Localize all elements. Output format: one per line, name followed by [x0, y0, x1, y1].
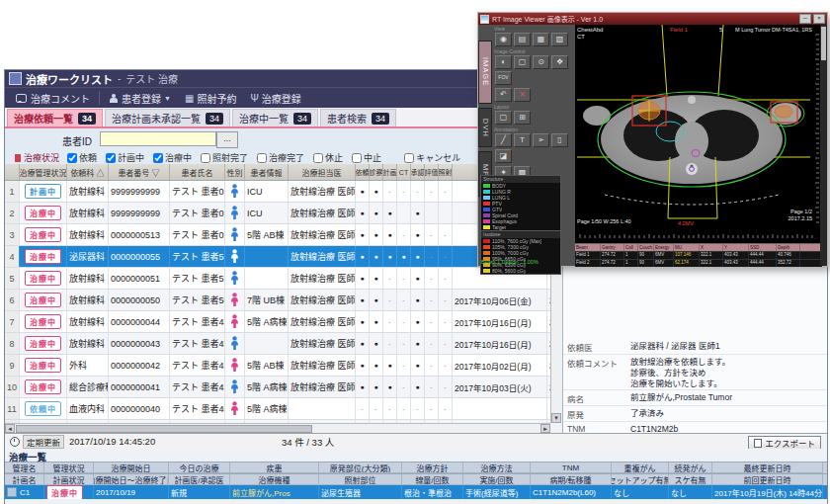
table-row[interactable]: 8治療中放射線科0000000043テスト 患者43放射線治療 医師5●●--●…: [5, 333, 550, 355]
treatment-list-table: 管理名管理状況治療開始日今日の治療疾患原発部位(大分類)治療方針治療方法TNM重…: [5, 462, 827, 499]
milestone-column-header[interactable]: 依頼: [356, 164, 370, 180]
column-header[interactable]: 依頼科 △: [67, 164, 109, 180]
reset-icon[interactable]: ✕: [514, 88, 531, 102]
checkbox-input[interactable]: [404, 153, 414, 163]
text-tool-icon[interactable]: T: [514, 133, 531, 147]
table-row[interactable]: 6治療中放射線科0000000050テスト 患者507階 UB棟放射線治療 医師…: [5, 290, 550, 311]
status-checkbox-3[interactable]: 治療中: [153, 151, 192, 164]
checkbox-input[interactable]: [352, 153, 362, 163]
treatment-register-button[interactable]: Ψ治療登録: [243, 89, 307, 107]
status-checkbox-1[interactable]: 依頼: [67, 151, 97, 164]
table-row[interactable]: 7治療中放射線科0000000044テスト 患者445階 A病棟放射線治療 医師…: [5, 311, 550, 333]
eraser-icon[interactable]: ◪: [495, 149, 512, 163]
ct-viewport[interactable]: ChestAbd CT Field 1 5 M Lung Tumor DM-T4…: [575, 25, 822, 244]
zoom-icon[interactable]: ⊙: [533, 55, 549, 69]
trash-icon[interactable]: ▯: [551, 133, 568, 147]
treatment-comment-button[interactable]: 治療コメント: [9, 89, 97, 107]
hscroll-thumb[interactable]: [16, 425, 312, 433]
viewer-tab-dvh[interactable]: DVH: [478, 108, 492, 147]
milestone-cell: -: [370, 398, 383, 419]
table-row[interactable]: 10治療中総合診療科0000000041テスト 患者415階 A病棟放射線治療 …: [5, 377, 550, 398]
line-tool-icon[interactable]: ╱: [495, 133, 512, 147]
table-row[interactable]: 9治療中外科0000000042テスト 患者425階 AB棟放射線治療 医師1●…: [5, 355, 550, 377]
treatment-list-row[interactable]: C1治療中2017/10/19新規前立腺がん,Pros泌尿生殖器根治・準根治手術…: [5, 485, 827, 499]
scroll-left-icon[interactable]: ◄: [5, 424, 15, 433]
single-view-icon[interactable]: ▢: [495, 111, 512, 125]
milestone-column-header[interactable]: CT: [397, 164, 411, 180]
beam-table-row[interactable]: Field 1274.721906MV107.146322.1403.43444…: [575, 251, 822, 259]
doctor-cell: 放射線治療 医師1: [289, 224, 356, 245]
minimize-icon[interactable]: ─: [799, 14, 811, 24]
table-row[interactable]: 5治療中放射線科0000000051テスト 患者51放射線治療 医師2●●--●…: [5, 268, 550, 290]
undo-icon[interactable]: ↶: [495, 88, 512, 102]
checkbox-input[interactable]: [313, 153, 323, 163]
ward-cell: ICU: [245, 203, 289, 223]
file-icon[interactable]: ▧: [551, 33, 568, 46]
table-row[interactable]: 4治療中泌尿器科0000000055テスト 患者55放射線治療 医師1●●●●●…: [5, 246, 550, 268]
milestone-column-header[interactable]: 評価: [425, 164, 439, 180]
table-row[interactable]: 1計画中放射線科9999999999テスト 患者01ICU放射線治療 医師1●●…: [5, 181, 550, 203]
checkbox-input[interactable]: [153, 153, 163, 163]
patient-register-button[interactable]: 患者登録▼: [102, 89, 178, 107]
checkbox-input[interactable]: [67, 153, 77, 163]
tab-1[interactable]: 治療依頼一覧34: [7, 109, 103, 126]
pan-icon[interactable]: ❖: [551, 55, 568, 69]
tab-3[interactable]: 治療中一覧34: [232, 109, 318, 126]
toolbar-button-label: 治療コメント: [31, 91, 90, 106]
column-header[interactable]: 患者氏名: [170, 164, 225, 180]
fov-icon[interactable]: FOV: [495, 71, 512, 85]
milestone-mark: -: [388, 275, 390, 282]
checkbox-input[interactable]: [257, 153, 267, 163]
status-checkbox-2[interactable]: 計画中: [106, 151, 144, 164]
table-row[interactable]: 11依頼中血液内科0000000040テスト 患者405階 A病棟-------: [5, 398, 550, 420]
window-level-icon[interactable]: ▢: [514, 55, 531, 69]
checkbox-input[interactable]: [201, 153, 210, 163]
treatment-list-header-cell: セットアップ有無: [612, 474, 669, 485]
column-header[interactable]: 治療管理状況: [20, 164, 67, 180]
patient-id-input[interactable]: [100, 131, 216, 146]
browse-button[interactable]: ...: [216, 131, 238, 148]
table-row[interactable]: 2治療中放射線科9999999999テスト 患者01ICU放射線治療 医師1●●…: [5, 203, 550, 224]
viewer-scroll-thumb[interactable]: [821, 27, 826, 60]
viewer-scrollbar[interactable]: [820, 25, 827, 266]
power-icon[interactable]: ◉: [495, 33, 512, 46]
viewer-tab-image[interactable]: IMAGE: [478, 41, 492, 104]
milestone-column-header[interactable]: 診察: [370, 164, 383, 180]
beam-table-row[interactable]: Field 2274.721906MV62.174322.1403.43444.…: [575, 259, 822, 267]
column-header[interactable]: 患者情報: [245, 164, 289, 180]
beam-header-cell: X: [700, 244, 723, 251]
milestone-column-header[interactable]: 計画: [383, 164, 397, 180]
status-checkbox-5[interactable]: 治療完了: [257, 151, 304, 164]
milestone-column-header[interactable]: 照射: [439, 164, 453, 180]
milestone-column-header[interactable]: 承認: [411, 164, 425, 180]
quad-view-icon[interactable]: ⊞: [514, 111, 531, 125]
column-header[interactable]: 患者番号 ▽: [109, 164, 170, 180]
checkbox-input[interactable]: [106, 153, 116, 163]
column-header[interactable]: 性別: [225, 164, 245, 180]
column-header[interactable]: 治療担当医: [289, 164, 356, 180]
status-checkbox-7[interactable]: 中止: [352, 151, 381, 164]
tool-section: Image Control◐▢⊙❖FOV: [492, 47, 575, 86]
milestone-cell: -: [425, 224, 439, 245]
arrow-tool-icon[interactable]: ➢: [533, 133, 549, 147]
capture-icon[interactable]: ▦: [533, 33, 549, 46]
layout-preset-icon[interactable]: ▤: [514, 33, 531, 46]
status-checkbox-8[interactable]: キャンセル: [404, 151, 460, 164]
department-cell: 放射線科: [67, 311, 109, 332]
irradiation-reserve-button[interactable]: ▦照射予約: [178, 89, 243, 107]
table-row[interactable]: 3治療中放射線科0000000513テスト 患者025階 AB棟放射線治療 医師…: [5, 224, 550, 246]
legend-swatch: [483, 196, 490, 200]
tab-4[interactable]: 患者検索34: [320, 109, 396, 126]
status-checkbox-6[interactable]: 休止: [313, 151, 343, 164]
scroll-right-icon[interactable]: ►: [540, 424, 550, 433]
milestone-mark: -: [430, 362, 432, 369]
status-checkbox-4[interactable]: 照射完了: [201, 151, 248, 164]
patient-id-label: 患者ID: [62, 133, 92, 148]
scroll-down-icon[interactable]: ▼: [551, 413, 561, 423]
close-icon[interactable]: ×: [813, 14, 825, 24]
tab-2[interactable]: 治療計画未承認一覧34: [105, 109, 230, 126]
export-button[interactable]: エクスポート: [748, 436, 821, 450]
dropdown-arrow-icon: ▼: [164, 95, 171, 102]
department-cell: 放射線科: [67, 224, 109, 245]
contrast-icon[interactable]: ◐: [495, 55, 512, 69]
